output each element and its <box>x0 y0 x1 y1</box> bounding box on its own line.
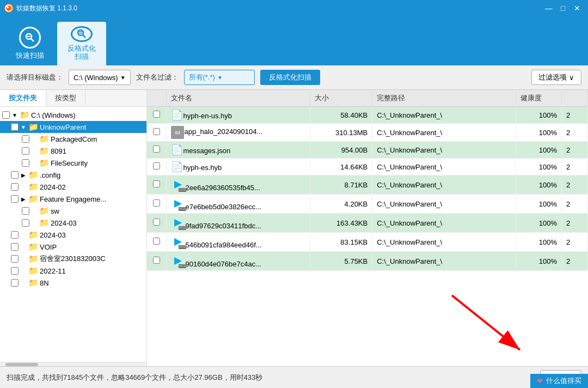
tree-checkbox-2024-02[interactable] <box>11 183 19 191</box>
row-checkbox[interactable] <box>153 257 160 264</box>
maximize-button[interactable]: □ <box>556 3 569 14</box>
row-checkbox[interactable] <box>153 162 160 169</box>
tree-item-pkg[interactable]: ▶ 📁 PackagedCom <box>0 133 146 145</box>
filter-options-button[interactable]: 过滤选项 ∨ <box>531 70 581 85</box>
table-row[interactable]: VCD546b091cfa984eed46f...83.15KBC:\_Unkn… <box>147 233 588 252</box>
tree-item-voip[interactable]: ▶ 📁 VOIP <box>0 241 146 253</box>
tree-checkbox-suju[interactable] <box>11 255 19 263</box>
row-checkbox[interactable] <box>153 146 160 153</box>
row-checkbox[interactable] <box>153 128 160 135</box>
tab-by-type[interactable]: 按类型 <box>46 90 85 106</box>
tree-item-root[interactable]: ▼ 📁 C:\ (Windows) <box>0 109 146 121</box>
tab-by-folder[interactable]: 按文件夹 <box>0 90 46 106</box>
file-name-text: e7e6beb5d0e3826ecc... <box>185 203 261 211</box>
tree-scroll-thumb[interactable] <box>5 363 38 366</box>
tree-label-unknow: UnknowParent <box>40 123 86 131</box>
table-row[interactable]: VCD2ee6a296360535fb45...8.71KBC:\_Unknow… <box>147 175 588 195</box>
table-row[interactable]: VCDe7e6beb5d0e3826ecc...4.20KBC:\_Unknow… <box>147 195 588 214</box>
expand-unknow-icon[interactable]: ▼ <box>20 123 27 131</box>
format-scan-action-button[interactable]: 反格式化扫描 <box>260 70 320 85</box>
file-size-cell: 83.15KB <box>310 233 372 252</box>
tree-checkbox-2024-03a[interactable] <box>22 219 29 227</box>
table-row[interactable]: 📄hyph-en-us.hyb58.40KBC:\_UnknowParent_\… <box>147 107 588 124</box>
tree-item-2024-03a[interactable]: ▶ 📁 2024-03 <box>0 217 146 229</box>
svg-marker-12 <box>174 238 182 246</box>
file-tree[interactable]: ▼ 📁 C:\ (Windows) ▼ 📁 UnknowParent ▶ 📁 P… <box>0 107 146 362</box>
svg-marker-10 <box>174 200 182 208</box>
row-checkbox[interactable] <box>153 180 160 187</box>
tree-checkbox-voip[interactable] <box>11 243 19 251</box>
file-path-cell: C:\_UnknowParent_\ <box>372 214 516 233</box>
table-row[interactable]: 📄messages.json954.00BC:\_UnknowParent_\1… <box>147 142 588 159</box>
row-checkbox[interactable] <box>153 219 160 226</box>
file-name-text: 546b091cfa984eed46f... <box>185 241 261 249</box>
tree-item-2024-02[interactable]: ▶ 📁 2024-02 <box>0 181 146 193</box>
file-size-cell: 58.40KB <box>310 107 372 124</box>
row-checkbox[interactable] <box>153 111 160 118</box>
file-size-cell: 5.75KB <box>310 252 372 271</box>
tree-checkbox-config[interactable] <box>11 171 19 179</box>
table-row[interactable]: VCD9fad97629c03411fbdc...163.43KBC:\_Unk… <box>147 214 588 233</box>
tree-item-2022-11[interactable]: ▶ 📁 2022-11 <box>0 265 146 277</box>
tree-item-feature[interactable]: ▶ 📁 Feature Engageme... <box>0 193 146 205</box>
disk-dropdown[interactable]: C:\ (Windows) ▼ <box>69 70 131 85</box>
table-row[interactable]: 📄hyph-es.hyb14.64KBC:\_UnknowParent_\100… <box>147 159 588 175</box>
tree-item-8091[interactable]: ▶ 📁 8091 <box>0 145 146 157</box>
status-bar: 扫描完成，共找到71845个文件，忽略34669个文件，总大小27.96GB，用… <box>0 366 588 388</box>
folder-2024-03b-icon: 📁 <box>28 230 39 240</box>
tree-item-suju[interactable]: ▶ 📁 宿舍室2301832003C <box>0 253 146 265</box>
tree-item-unknow[interactable]: ▼ 📁 UnknowParent <box>0 121 146 133</box>
tree-item-sw[interactable]: ▶ 📁 sw <box>0 205 146 217</box>
tree-checkbox-sw[interactable] <box>22 207 29 215</box>
file-list-scroll[interactable]: 文件名 大小 完整路径 健康度 📄hyph-en-us.hyb58.40KBC:… <box>147 90 588 366</box>
minimize-button[interactable]: — <box>542 3 555 14</box>
file-health-cell: 100% <box>516 233 562 252</box>
folder-voip-icon: 📁 <box>28 242 39 252</box>
quick-scan-button[interactable]: 快速扫描 <box>5 22 54 65</box>
folder-2024-02-icon: 📁 <box>28 182 39 192</box>
tree-item-2024-03b[interactable]: ▶ 📁 2024-03 <box>0 229 146 241</box>
file-name-text: hyph-en-us.hyb <box>183 112 232 120</box>
format-scan-button[interactable]: 反格式化 扫描 <box>57 22 106 65</box>
tree-checkbox-pkg[interactable] <box>22 135 29 143</box>
tree-item-8n[interactable]: ▶ 📁 8N <box>0 277 146 289</box>
tree-item-config[interactable]: ▶ 📁 .config <box>0 169 146 181</box>
table-row[interactable]: GZapp_halo_2024090104...310.13MBC:\_Unkn… <box>147 124 588 142</box>
tab-bar: 按文件夹 按类型 <box>0 90 146 107</box>
tree-checkbox-unknow[interactable] <box>11 123 19 131</box>
tree-label-2024-03b: 2024-03 <box>40 231 66 239</box>
file-size-cell: 310.13MB <box>310 124 372 142</box>
folder-2022-11-icon: 📁 <box>28 266 39 276</box>
tree-label-sw: sw <box>51 207 59 215</box>
file-extra-cell: 2 <box>561 252 587 271</box>
tree-label-voip: VOIP <box>40 243 57 251</box>
filter-dropdown[interactable]: 所有(*.*) ▼ <box>184 70 255 85</box>
file-doc-icon: 📄 <box>171 110 183 120</box>
svg-marker-11 <box>174 219 182 227</box>
tree-scrollbar[interactable] <box>0 362 146 366</box>
tree-item-filesec[interactable]: ▶ 📁 FileSecurity <box>0 157 146 169</box>
file-path-cell: C:\_UnknowParent_\ <box>372 175 516 195</box>
file-path-cell: C:\_UnknowParent_\ <box>372 233 516 252</box>
table-row[interactable]: VCD90160d4e076be7c4ac...5.75KBC:\_Unknow… <box>147 252 588 271</box>
tree-checkbox-8n[interactable] <box>11 279 19 287</box>
tree-label-feature: Feature Engageme... <box>40 195 106 203</box>
row-checkbox[interactable] <box>153 199 160 207</box>
close-button[interactable]: ✕ <box>571 3 584 14</box>
tree-checkbox-8091[interactable] <box>22 147 29 155</box>
tree-checkbox-filesec[interactable] <box>22 159 29 167</box>
tree-checkbox-2022-11[interactable] <box>11 267 19 275</box>
tree-label-pkg: PackagedCom <box>51 135 97 143</box>
app-title: 软媒数据恢复 1.1.3.0 <box>16 4 77 13</box>
expand-config-icon[interactable]: ▶ <box>20 171 27 179</box>
row-checkbox[interactable] <box>153 238 160 245</box>
file-path-cell: C:\_UnknowParent_\ <box>372 252 516 271</box>
folder-8n-icon: 📁 <box>28 278 39 288</box>
expand-root-icon[interactable]: ▼ <box>11 111 19 119</box>
tree-checkbox-2024-03b[interactable] <box>11 231 19 239</box>
expand-feature-icon[interactable]: ▶ <box>20 195 27 203</box>
tree-checkbox-feature[interactable] <box>11 195 19 203</box>
file-health-cell: 100% <box>516 195 562 214</box>
window-controls: — □ ✕ <box>542 3 584 14</box>
tree-checkbox-root[interactable] <box>2 111 10 119</box>
